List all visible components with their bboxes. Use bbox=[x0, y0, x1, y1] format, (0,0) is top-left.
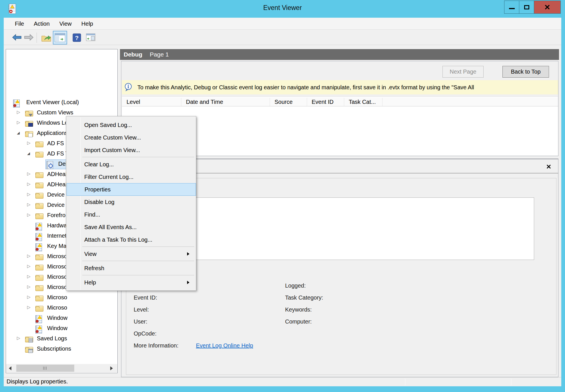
folder-icon bbox=[35, 203, 43, 209]
folder-icon bbox=[35, 172, 43, 178]
context-menu: Open Saved Log... Create Custom View... … bbox=[66, 116, 196, 291]
expand-collapsed-icon[interactable] bbox=[27, 212, 33, 219]
column-level[interactable]: Level bbox=[122, 98, 181, 106]
menu-item-clear-log[interactable]: Clear Log... bbox=[67, 158, 196, 171]
menu-file[interactable]: File bbox=[10, 18, 29, 30]
expand-collapsed-icon[interactable] bbox=[27, 140, 33, 147]
expand-collapsed-icon[interactable] bbox=[27, 192, 33, 199]
menu-item-open-saved-log[interactable]: Open Saved Log... bbox=[67, 119, 196, 131]
menu-item-attach-task[interactable]: Attach a Task To this Log... bbox=[67, 233, 196, 246]
menu-help[interactable]: Help bbox=[77, 18, 98, 30]
menu-item-disable-log[interactable]: Disable Log bbox=[67, 196, 196, 208]
folder-icon bbox=[35, 142, 43, 147]
expand-collapsed-icon[interactable] bbox=[27, 253, 33, 260]
expand-collapsed-icon[interactable] bbox=[27, 305, 33, 312]
close-icon bbox=[544, 4, 550, 10]
minimize-button[interactable] bbox=[504, 1, 519, 14]
event-log-icon bbox=[35, 326, 42, 334]
event-log-icon bbox=[35, 243, 42, 251]
help-icon[interactable]: ? bbox=[72, 33, 81, 43]
expand-collapsed-icon[interactable] bbox=[27, 181, 33, 188]
export-list-icon[interactable] bbox=[85, 33, 96, 43]
event-log-icon bbox=[35, 223, 42, 231]
menu-separator bbox=[82, 261, 194, 261]
field-label-opcode: OpCode: bbox=[134, 330, 157, 338]
results-pane-header: Debug Page 1 bbox=[120, 49, 559, 60]
tree-item-saved-logs[interactable]: Saved Logs bbox=[6, 334, 117, 344]
menu-item-save-all-events-as[interactable]: Save All Events As... bbox=[67, 221, 196, 233]
tree-item-subscriptions[interactable]: Subscriptions bbox=[6, 344, 117, 354]
event-log-online-help-link[interactable]: Event Log Online Help bbox=[196, 342, 253, 350]
show-console-tree-icon bbox=[55, 33, 65, 42]
folder-icon bbox=[35, 254, 43, 260]
menu-item-help[interactable]: Help bbox=[67, 276, 196, 289]
custom-views-folder-icon bbox=[25, 111, 33, 116]
column-filler bbox=[382, 98, 558, 106]
expand-collapsed-icon[interactable] bbox=[27, 264, 33, 270]
back-to-top-button[interactable]: Back to Top bbox=[502, 66, 549, 78]
expand-expanded-icon[interactable] bbox=[27, 151, 33, 157]
svg-text:?: ? bbox=[75, 35, 79, 41]
folder-icon bbox=[35, 285, 43, 291]
show-console-tree-button[interactable] bbox=[53, 31, 67, 45]
menu-action[interactable]: Action bbox=[29, 18, 55, 30]
tree-item-microsoft[interactable]: Microso bbox=[6, 293, 117, 303]
toolbar-separator bbox=[37, 33, 37, 43]
open-saved-log-icon[interactable] bbox=[41, 33, 51, 43]
tree-item-windows[interactable]: Window bbox=[6, 313, 117, 324]
menu-item-find[interactable]: Find... bbox=[67, 208, 196, 221]
preview-close-button[interactable] bbox=[545, 163, 552, 170]
expand-collapsed-icon[interactable] bbox=[27, 284, 33, 291]
menu-item-create-custom-view[interactable]: Create Custom View... bbox=[67, 131, 196, 144]
scroll-left-button[interactable] bbox=[6, 364, 14, 372]
expand-collapsed-icon[interactable] bbox=[27, 274, 33, 281]
window-title: Event Viewer bbox=[0, 4, 565, 12]
expand-collapsed-icon[interactable] bbox=[17, 336, 23, 342]
maximize-icon bbox=[524, 5, 529, 9]
horizontal-scrollbar[interactable] bbox=[6, 364, 117, 372]
field-label-keywords: Keywords: bbox=[285, 306, 312, 314]
menu-item-view[interactable]: View bbox=[67, 248, 196, 260]
scroll-right-icon bbox=[110, 366, 113, 370]
expand-collapsed-icon[interactable] bbox=[27, 294, 33, 301]
next-page-button[interactable]: Next Page bbox=[442, 66, 484, 78]
scroll-right-button[interactable] bbox=[107, 364, 116, 372]
expand-expanded-icon[interactable] bbox=[17, 130, 23, 137]
menu-item-refresh[interactable]: Refresh bbox=[67, 262, 196, 274]
forward-icon[interactable] bbox=[24, 33, 34, 43]
field-label-user: User: bbox=[134, 318, 147, 326]
expand-collapsed-icon[interactable] bbox=[27, 202, 33, 209]
maximize-button[interactable] bbox=[519, 1, 534, 14]
status-bar-divider bbox=[405, 379, 405, 385]
menu-item-import-custom-view[interactable]: Import Custom View... bbox=[67, 144, 196, 156]
expand-collapsed-icon[interactable] bbox=[27, 171, 33, 178]
event-viewer-icon bbox=[13, 100, 20, 108]
menu-item-properties[interactable]: Properties bbox=[67, 183, 196, 196]
toolbar: ? bbox=[4, 30, 561, 45]
event-table-header: Level Date and Time Source Event ID Task… bbox=[122, 97, 558, 107]
column-date-and-time[interactable]: Date and Time bbox=[181, 98, 270, 106]
expand-collapsed-icon[interactable] bbox=[17, 120, 23, 127]
menu-separator bbox=[82, 157, 194, 157]
tree-item-windows[interactable]: Window bbox=[6, 324, 117, 334]
column-event-id[interactable]: Event ID bbox=[307, 98, 344, 106]
close-button[interactable] bbox=[534, 1, 561, 14]
menu-view[interactable]: View bbox=[55, 18, 77, 30]
expand-collapsed-icon[interactable] bbox=[17, 110, 23, 116]
title-bar: Event Viewer bbox=[0, 0, 565, 18]
tree-item-microsoft[interactable]: Microso bbox=[6, 303, 117, 313]
field-label-logged: Logged: bbox=[285, 282, 306, 290]
tree-item-event-viewer-local[interactable]: Event Viewer (Local) bbox=[6, 98, 117, 108]
submenu-arrow-icon bbox=[187, 252, 189, 256]
menu-item-filter-current-log[interactable]: Filter Current Log... bbox=[67, 171, 196, 183]
scrollbar-thumb[interactable] bbox=[16, 365, 74, 372]
field-label-level: Level: bbox=[134, 306, 149, 314]
back-icon[interactable] bbox=[12, 33, 22, 43]
menu-separator bbox=[82, 246, 194, 247]
column-source[interactable]: Source bbox=[270, 98, 307, 106]
column-task-category[interactable]: Task Cat... bbox=[344, 98, 382, 106]
menu-separator bbox=[82, 275, 194, 275]
results-pane-page: Page 1 bbox=[150, 51, 169, 58]
saved-logs-folder-icon bbox=[25, 337, 33, 342]
field-label-task-category: Task Category: bbox=[285, 294, 323, 302]
